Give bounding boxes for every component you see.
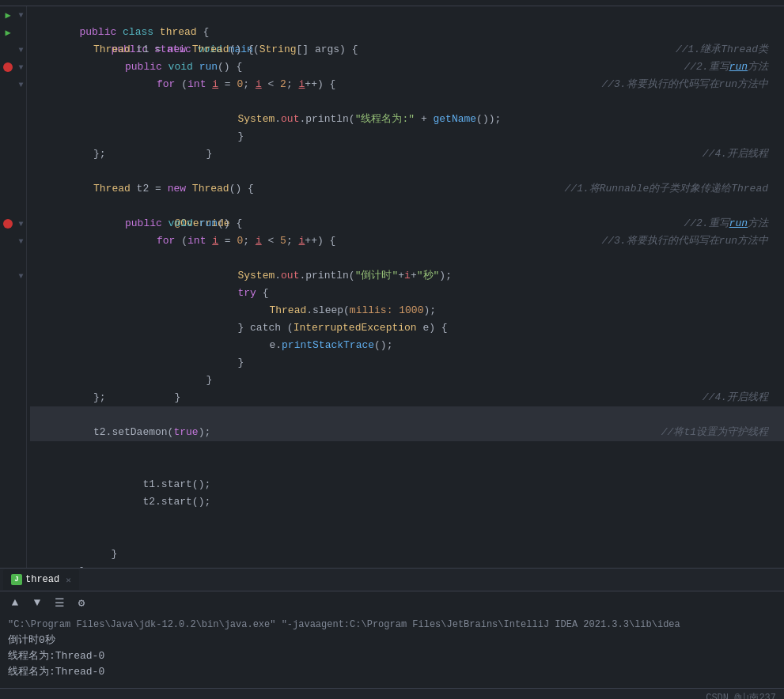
fm22	[16, 372, 26, 389]
token: thread	[160, 26, 203, 38]
breakpoint-1	[3, 62, 13, 72]
fold-open-3: ▼	[18, 46, 23, 55]
g18	[0, 302, 16, 319]
fm18	[16, 302, 26, 319]
console-area: ▲ ▼ ☰ ⚙ "C:\Program Files\Java\jdk-12.0.…	[0, 591, 784, 699]
g30	[0, 511, 16, 528]
console-line-1: "C:\Program Files\Java\jdk-12.0.2\bin\ja…	[8, 617, 776, 633]
console-down-button[interactable]: ▼	[28, 594, 46, 611]
code-line-10	[30, 163, 784, 180]
fm10	[16, 163, 26, 180]
console-line-2: 倒计时0秒	[8, 633, 776, 648]
csdn-watermark: CSDN @山南237	[706, 691, 776, 699]
code-line-12: @Override	[30, 198, 784, 215]
code-line-24	[30, 406, 784, 424]
code-line-26	[30, 441, 784, 459]
gutter-bp-4[interactable]	[0, 59, 16, 76]
fm8	[16, 128, 26, 145]
console-line-4: 线程名为:Thread-0	[8, 664, 776, 680]
token: {	[203, 26, 209, 38]
token: public	[79, 26, 123, 38]
console-up-button[interactable]: ▲	[6, 594, 24, 611]
g24	[0, 406, 16, 424]
console-bottom-bar: CSDN @山南237	[0, 688, 784, 699]
left-gutter-icons: ▶ ▶	[0, 6, 16, 568]
console-output: "C:\Program Files\Java\jdk-12.0.2\bin\ja…	[0, 614, 784, 688]
g19	[0, 319, 16, 337]
fold-open-4: ▼	[18, 63, 23, 72]
g14	[0, 232, 16, 250]
fm30	[16, 511, 26, 528]
fm13[interactable]: ▼	[16, 215, 26, 232]
fm4[interactable]: ▼	[16, 59, 26, 76]
g28	[0, 476, 16, 493]
fm29	[16, 493, 26, 511]
console-settings-button[interactable]: ⚙	[73, 594, 90, 611]
tab-close-thread[interactable]: ✕	[66, 575, 71, 585]
g16	[0, 267, 16, 285]
editor-area: ▶ ▶	[0, 6, 784, 568]
code-line-31: }	[30, 528, 784, 546]
g31	[0, 528, 16, 546]
token: Thread	[93, 43, 137, 55]
console-line-5	[8, 680, 776, 688]
code-line-3: Thread t1 = new Thread() { //1.继承Thread类	[30, 41, 784, 59]
code-line-1: public class thread {	[30, 6, 784, 24]
fm9	[16, 145, 26, 163]
g20	[0, 337, 16, 354]
fm27	[16, 459, 26, 476]
fold-open-5: ▼	[18, 81, 23, 89]
fm11	[16, 180, 26, 198]
token: class	[123, 26, 160, 38]
fold-open-13: ▼	[18, 220, 23, 229]
fm19	[16, 319, 26, 337]
fm12	[16, 198, 26, 215]
g27	[0, 459, 16, 476]
fm16[interactable]: ▼	[16, 267, 26, 285]
g21	[0, 354, 16, 372]
fm3[interactable]: ▼	[16, 41, 26, 59]
gutter-run-1[interactable]: ▶	[0, 6, 16, 24]
fm21	[16, 354, 26, 372]
code-line-11: Thread t2 = new Thread() { //1.将Runnable…	[30, 180, 784, 198]
g11	[0, 180, 16, 198]
gutter-bp-13[interactable]	[0, 215, 16, 232]
code-line-15: System.out.println("倒计时"+i+"秒");	[30, 250, 784, 267]
tab-thread[interactable]: J thread ✕	[3, 569, 79, 590]
gutter-empty-3	[0, 41, 16, 59]
fm17	[16, 285, 26, 302]
g6	[0, 93, 16, 111]
g22	[0, 372, 16, 389]
g5	[0, 76, 16, 93]
code-line-25: t2.setDaemon(true); //将t1设置为守护线程	[30, 424, 784, 441]
fm14[interactable]: ▼	[16, 232, 26, 250]
fm2	[16, 24, 26, 41]
code-line-5: for (int i = 0; i < 2; i++) { //3.将要执行的代…	[30, 76, 784, 93]
g23	[0, 389, 16, 406]
gutter-run-2[interactable]: ▶	[0, 24, 16, 41]
g15	[0, 250, 16, 267]
token: String	[259, 43, 297, 55]
tab-label-thread: thread	[25, 574, 59, 585]
main-content: ▶ ▶	[0, 0, 784, 699]
fold-open-1: ▼	[18, 11, 23, 20]
tab-bar: J thread ✕	[0, 568, 784, 591]
g29	[0, 493, 16, 511]
fold-open-16: ▼	[18, 272, 23, 281]
fm25	[16, 424, 26, 441]
fold-open-14: ▼	[18, 237, 23, 246]
code-line-4: public void run() { //2.重写run方法	[30, 59, 784, 76]
g17	[0, 285, 16, 302]
breakpoint-2	[3, 219, 13, 229]
g9	[0, 145, 16, 163]
code-line-6: System.out.println("线程名为:" + getName());	[30, 93, 784, 111]
console-list-button[interactable]: ☰	[51, 594, 68, 611]
fm20	[16, 337, 26, 354]
run-icon-1: ▶	[5, 9, 10, 21]
top-bar	[0, 0, 784, 6]
g26	[0, 441, 16, 459]
fm1[interactable]: ▼	[16, 6, 26, 24]
code-line-14: for (int i = 0; i < 5; i++) { //3.将要执行的代…	[30, 232, 784, 250]
fm5[interactable]: ▼	[16, 76, 26, 93]
g7	[0, 111, 16, 128]
